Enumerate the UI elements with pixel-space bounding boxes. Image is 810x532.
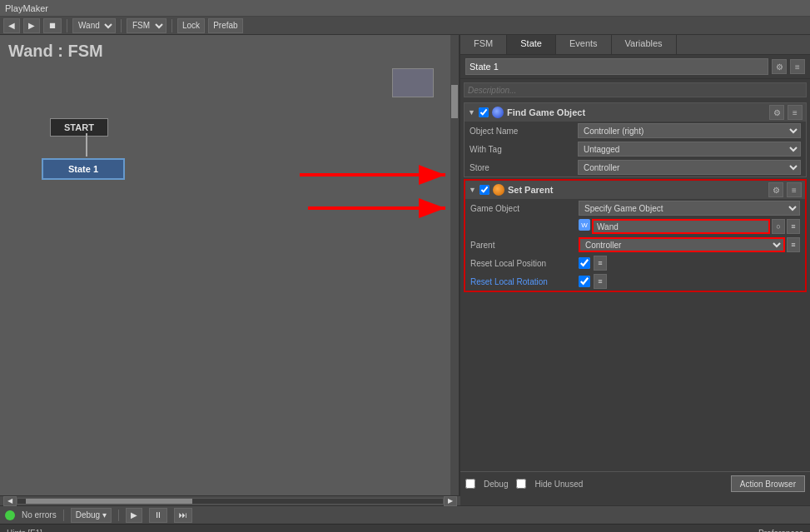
find-go-store-value: Controller [578, 160, 801, 175]
scroll-right-btn[interactable]: ▶ [444, 496, 457, 506]
set-parent-action: ▼ Set Parent ⚙ ≡ Game Object Specify Gam… [464, 179, 807, 292]
find-go-store-label: Store [470, 163, 578, 172]
set-parent-checkbox[interactable] [480, 185, 489, 195]
hscroll-thumb[interactable] [26, 499, 192, 504]
toolbar: ◀ ▶ ⏹ Wand FSM Lock Prefab [0, 17, 810, 35]
parent-dropdown[interactable]: Controller [579, 237, 785, 252]
lock-btn[interactable]: Lock [177, 18, 205, 33]
find-go-tag-label: With Tag [470, 145, 578, 154]
state-menu-btn[interactable]: ≡ [790, 59, 805, 74]
set-parent-header[interactable]: ▼ Set Parent ⚙ ≡ [465, 181, 805, 199]
debug-checkbox[interactable] [465, 479, 475, 489]
set-parent-go-value: Specify Game Object [579, 201, 800, 216]
find-go-store-dropdown[interactable]: Controller [578, 160, 801, 175]
debug-dropdown-btn[interactable]: Debug ▾ [71, 508, 112, 523]
title-bar: PlayMaker [0, 0, 810, 17]
state1-node[interactable]: State 1 [42, 158, 125, 180]
tab-state[interactable]: State [507, 35, 556, 54]
play-status-btn[interactable]: ▶ [126, 508, 142, 523]
set-parent-parent-row: Parent Controller ≡ [465, 236, 805, 254]
set-parent-resetpos-value: ≡ [579, 256, 800, 271]
set-parent-menu[interactable]: ≡ [787, 182, 802, 197]
parent-input-group: Controller ≡ [579, 237, 800, 252]
sep3 [171, 19, 172, 32]
play-btn[interactable]: ▶ [23, 18, 40, 33]
description-input[interactable] [464, 82, 807, 97]
set-parent-go-dropdown[interactable]: Specify Game Object [579, 201, 800, 216]
find-go-tag-row: With Tag Untagged [465, 140, 806, 158]
state-name-row: ⚙ ≡ [460, 55, 810, 79]
canvas-vscroll-thumb[interactable] [451, 85, 458, 118]
set-parent-settings[interactable]: ⚙ [768, 182, 783, 197]
fsm-canvas[interactable]: Wand : FSM START State 1 [0, 35, 460, 495]
fsm-title: Wand : FSM [0, 35, 459, 67]
arrow-to-wand [308, 191, 458, 225]
set-parent-resetrot-value: ≡ [579, 274, 800, 289]
wand-menu-btn[interactable]: ≡ [787, 219, 800, 234]
set-parent-go-row: Game Object Specify Game Object [465, 199, 805, 217]
reset-rot-checkbox[interactable] [579, 276, 590, 287]
wand-dropdown[interactable]: Wand [72, 18, 116, 33]
main-area: Wand : FSM START State 1 [0, 35, 810, 495]
canvas-scrollbar: ◀ ▶ [0, 495, 460, 505]
parent-menu-btn[interactable]: ≡ [787, 237, 800, 252]
reset-pos-menu-btn[interactable]: ≡ [594, 256, 607, 271]
find-game-object-action: ▼ Find Game Object ⚙ ≡ Object Name Contr… [464, 102, 807, 177]
find-go-settings[interactable]: ⚙ [769, 105, 784, 120]
fsm-dropdown[interactable]: FSM [127, 18, 166, 33]
reset-rot-menu-btn[interactable]: ≡ [594, 274, 607, 289]
set-parent-wand-value: W ○ ≡ [579, 219, 800, 234]
find-go-header[interactable]: ▼ Find Game Object ⚙ ≡ [465, 103, 806, 122]
find-go-objectname-label: Object Name [470, 127, 578, 136]
set-parent-title: Set Parent [508, 185, 553, 195]
status-indicator [5, 510, 15, 520]
set-parent-go-label: Game Object [470, 204, 579, 213]
wand-icon: W [579, 219, 590, 231]
scroll-left-btn[interactable]: ◀ [3, 496, 17, 506]
app-title: PlayMaker [5, 3, 48, 13]
find-go-checkbox[interactable] [479, 107, 489, 117]
wand-input-group: W ○ ≡ [579, 219, 800, 234]
set-parent-collapse[interactable]: ▼ [469, 186, 476, 194]
find-go-title: Find Game Object [507, 107, 585, 117]
find-go-tag-dropdown[interactable]: Untagged [578, 142, 801, 157]
canvas-note [392, 68, 434, 97]
status-sep1 [63, 510, 64, 521]
state-name-input[interactable] [465, 58, 768, 75]
find-go-objectname-dropdown[interactable]: Controller (right) [578, 123, 801, 138]
wand-circle-btn[interactable]: ○ [772, 219, 785, 234]
state-settings-btn[interactable]: ⚙ [772, 59, 787, 74]
stop-btn[interactable]: ⏹ [43, 18, 62, 33]
find-go-collapse[interactable]: ▼ [468, 108, 475, 117]
set-parent-icon [493, 184, 504, 196]
find-go-store-row: Store Controller [465, 158, 806, 177]
fsm-connector [86, 133, 87, 157]
find-go-menu[interactable]: ≡ [788, 105, 803, 120]
tab-events[interactable]: Events [556, 35, 612, 54]
action-browser-btn[interactable]: Action Browser [731, 475, 805, 492]
set-parent-resetrot-label: Reset Local Rotation [470, 277, 579, 286]
tab-fsm[interactable]: FSM [460, 35, 507, 54]
footer: Hints [F1] Preferences [0, 524, 810, 532]
find-go-tag-value: Untagged [578, 142, 801, 157]
preferences-label: Preferences [758, 529, 803, 532]
tab-variables[interactable]: Variables [612, 35, 677, 54]
right-content: ⚙ ≡ ▼ Find Game Object ⚙ ≡ Object Name [460, 55, 810, 471]
sep1 [67, 19, 67, 32]
set-parent-resetrot-row: Reset Local Rotation ≡ [465, 272, 805, 291]
prefab-btn[interactable]: Prefab [208, 18, 242, 33]
set-parent-parent-value: Controller ≡ [579, 237, 800, 252]
prev-btn[interactable]: ◀ [3, 18, 20, 33]
status-bar: No errors Debug ▾ ▶ ⏸ ⏭ [0, 505, 810, 524]
hide-unused-checkbox[interactable] [516, 479, 526, 489]
right-tabs: FSM State Events Variables [460, 35, 810, 55]
right-bottom-bar: Debug Hide Unused Action Browser [460, 471, 810, 495]
hscroll-track[interactable] [17, 498, 444, 505]
step-status-btn[interactable]: ⏭ [174, 508, 192, 523]
wand-input[interactable] [592, 219, 770, 234]
set-parent-wand-row: W ○ ≡ [465, 217, 805, 236]
find-go-objectname-value: Controller (right) [578, 123, 801, 138]
reset-pos-checkbox[interactable] [579, 257, 590, 269]
canvas-vscrollbar[interactable] [450, 35, 459, 495]
pause-status-btn[interactable]: ⏸ [149, 508, 167, 523]
